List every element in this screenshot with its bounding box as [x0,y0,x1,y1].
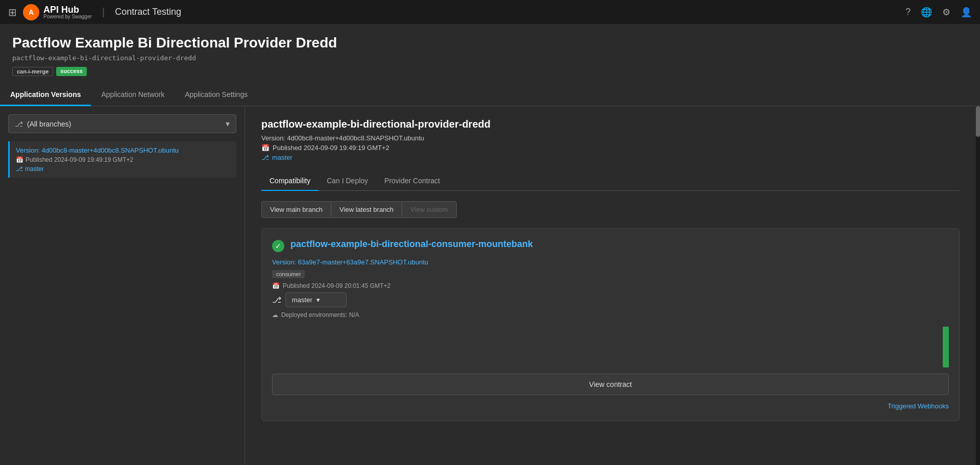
tab-can-i-deploy[interactable]: Can I Deploy [318,172,376,191]
calendar-icon: 📅 [16,156,23,163]
consumer-branch-dropdown[interactable]: master ▾ [285,292,347,307]
branch-selector[interactable]: ⎇ (All branches) ▾ [8,114,236,133]
consumer-name-area: pactflow-example-bi-directional-consumer… [290,239,533,250]
logo-powered-by: Powered by Swagger [43,14,92,19]
green-bar [943,327,949,368]
consumer-deployed: ☁ Deployed environments: N/A [272,311,949,319]
user-icon[interactable]: 👤 [961,7,972,18]
branch-icon-detail: ⎇ [261,154,269,161]
logo-area: A API Hub Powered by Swagger [23,4,92,20]
settings-icon[interactable]: ⚙ [942,7,950,18]
view-contract-button[interactable]: View contract [272,374,949,395]
status-badge: success [56,67,86,76]
scrollbar-thumb[interactable] [976,106,980,137]
version-date: 📅 Published 2024-09-09 19:49:19 GMT+2 [16,156,230,163]
grid-icon[interactable]: ⊞ [8,6,17,18]
tab-compatibility[interactable]: Compatibility [261,172,318,191]
chevron-down-icon: ▾ [226,119,230,129]
detail-branch: ⎇ master [261,154,960,161]
topbar-right: ? 🌐 ⚙ 👤 [905,7,972,18]
app-header: Pactflow Example Bi Directional Provider… [0,25,980,76]
right-panel: pactflow-example-bi-directional-provider… [245,106,976,465]
view-latest-branch-button[interactable]: View latest branch [331,201,402,218]
cloud-icon: ☁ [272,311,278,319]
scrollbar-track[interactable] [976,106,980,465]
topbar: ⊞ A API Hub Powered by Swagger | Contrac… [0,0,980,25]
left-panel: ⎇ (All branches) ▾ Version: 4d00bc8-mast… [0,106,245,465]
list-item: Version: 4d00bc8-master+4d00bc8.SNAPSHOT… [8,141,236,178]
logo-name: API Hub [43,5,92,14]
app-title: Pactflow Example Bi Directional Provider… [12,35,968,51]
consumer-card: ✓ pactflow-example-bi-directional-consum… [261,228,960,421]
version-link[interactable]: Version: 4d00bc8-master+4d00bc8.SNAPSHOT… [16,146,230,154]
help-icon[interactable]: ? [905,7,911,17]
logo-text: API Hub Powered by Swagger [43,5,92,19]
consumer-tag: consumer [272,270,305,278]
detail-version: Version: 4d00bc8-master+4d00bc8.SNAPSHOT… [261,134,960,142]
detail-date: 📅 Published 2024-09-09 19:49:19 GMT+2 [261,144,960,152]
tab-application-versions[interactable]: Application Versions [0,84,91,106]
right-panel-wrapper: pactflow-example-bi-directional-provider… [245,106,980,465]
consumer-header: ✓ pactflow-example-bi-directional-consum… [272,239,949,252]
tab-application-settings[interactable]: Application Settings [175,84,258,106]
inner-tabs: Compatibility Can I Deploy Provider Cont… [261,172,960,191]
branch-selector-text: (All branches) [27,120,222,128]
chevron-down-icon-consumer: ▾ [316,296,320,304]
cani-merge-badge: can-i-merge [12,67,53,76]
consumer-date: 📅 Published 2024-09-09 20:01:45 GMT+2 [272,282,949,289]
content-area: ⎇ (All branches) ▾ Version: 4d00bc8-mast… [0,106,980,465]
branch-icon-small: ⎇ [16,165,23,173]
branch-icon: ⎇ [15,120,23,128]
logo-avatar: A [23,4,39,20]
consumer-version[interactable]: Version: 63a9e7-master+63a9e7.SNAPSHOT.u… [272,258,949,266]
tab-application-network[interactable]: Application Network [91,84,175,106]
version-branch: ⎇ master [16,165,230,173]
success-icon: ✓ [272,240,284,252]
view-custom-button[interactable]: View custom [402,201,456,218]
view-main-branch-button[interactable]: View main branch [261,201,331,218]
topbar-divider: | [102,6,105,18]
branch-icon-consumer: ⎇ [272,295,281,305]
triggered-webhooks-link[interactable]: Triggered Webhooks [888,402,949,410]
detail-app-name: pactflow-example-bi-directional-provider… [261,118,960,130]
triggered-webhooks: Triggered Webhooks [272,401,949,410]
consumer-branch-row: ⎇ master ▾ [272,292,949,307]
consumer-name-link[interactable]: pactflow-example-bi-directional-consumer… [290,239,533,250]
globe-icon[interactable]: 🌐 [921,7,932,18]
calendar-icon-consumer: 📅 [272,282,280,289]
topbar-section-title: Contract Testing [115,7,181,17]
calendar-icon-detail: 📅 [261,144,270,152]
view-buttons: View main branch View latest branch View… [261,201,960,218]
green-bar-container [272,327,949,368]
app-badges: can-i-merge success [12,67,968,76]
tab-provider-contract[interactable]: Provider Contract [376,172,448,191]
main-tabs: Application Versions Application Network… [0,84,980,106]
topbar-left: ⊞ A API Hub Powered by Swagger | Contrac… [8,4,181,20]
app-slug: pactflow-example-bi-directional-provider… [12,54,968,62]
